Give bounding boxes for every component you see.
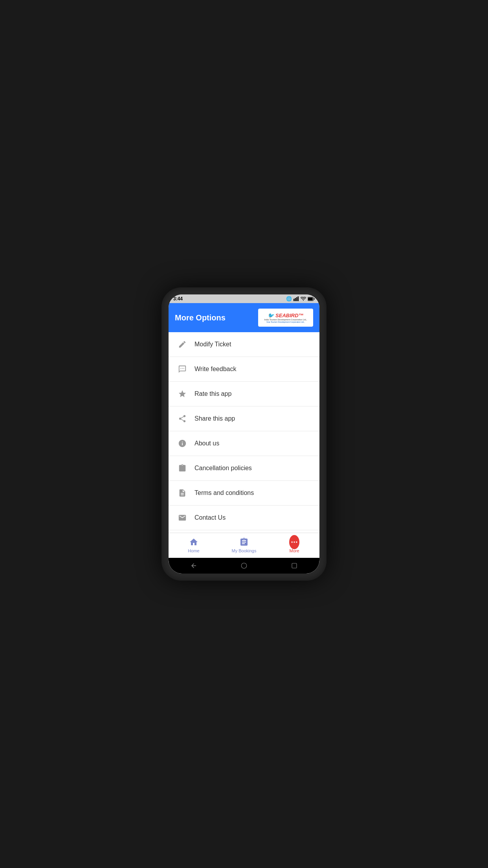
menu-item-terms-conditions[interactable]: Terms and conditions	[169, 481, 319, 506]
modify-ticket-label: Modify Ticket	[194, 341, 231, 348]
rate-app-label: Rate this app	[194, 390, 231, 397]
contact-us-label: Contact Us	[194, 514, 226, 521]
android-nav-bar	[169, 558, 319, 574]
phone-frame: 3:44 🌐	[161, 287, 327, 581]
battery-icon	[308, 297, 315, 301]
wifi-icon	[301, 297, 306, 301]
star-icon	[176, 388, 188, 400]
logo-seabird-text: 🐦 SEABIRD™	[268, 313, 303, 318]
home-button[interactable]	[240, 562, 248, 570]
nav-item-home[interactable]: Home	[169, 537, 219, 553]
status-icons: 🌐	[286, 296, 315, 302]
menu-item-share-app[interactable]: Share this app	[169, 406, 319, 431]
svg-point-7	[292, 541, 293, 542]
status-time: 3:44	[173, 296, 183, 302]
terms-conditions-label: Terms and conditions	[194, 489, 254, 497]
svg-rect-11	[292, 563, 297, 568]
more-nav-icon	[289, 537, 299, 547]
phone-screen: 3:44 🌐	[169, 294, 319, 574]
status-bar: 3:44 🌐	[169, 294, 319, 303]
pencil-icon	[176, 338, 188, 350]
share-app-label: Share this app	[194, 415, 235, 422]
share-icon	[176, 413, 188, 425]
recents-button[interactable]	[290, 562, 298, 570]
document-icon	[176, 487, 188, 499]
svg-rect-3	[298, 296, 299, 301]
chat-icon	[176, 363, 188, 375]
about-us-label: About us	[194, 440, 219, 447]
more-dot-circle	[289, 535, 299, 549]
write-feedback-label: Write feedback	[194, 366, 236, 373]
more-nav-label: More	[289, 548, 299, 553]
menu-item-about-us[interactable]: About us	[169, 431, 319, 456]
menu-item-rate-app[interactable]: Rate this app	[169, 382, 319, 406]
menu-item-cancellation-policies[interactable]: Cancellation policies	[169, 456, 319, 481]
logo-line2: Goa Tourism Development Corporation Ltd.…	[266, 321, 305, 323]
world-icon: 🌐	[286, 296, 292, 302]
signal-icon	[294, 296, 299, 301]
bookings-nav-label: My Bookings	[232, 548, 257, 553]
svg-rect-2	[296, 297, 297, 301]
nav-item-my-bookings[interactable]: My Bookings	[219, 537, 269, 553]
app-header: More Options 🐦 SEABIRD™ India Tourism De…	[169, 303, 319, 332]
header-title: More Options	[175, 313, 226, 322]
svg-point-8	[294, 541, 295, 542]
svg-point-9	[296, 541, 297, 542]
header-logo: 🐦 SEABIRD™ India Tourism Development Cor…	[258, 309, 313, 327]
svg-rect-6	[314, 298, 315, 300]
svg-rect-5	[308, 298, 313, 300]
svg-rect-1	[295, 298, 296, 301]
menu-item-contact-us[interactable]: Contact Us	[169, 506, 319, 530]
clipboard-x-icon	[176, 462, 188, 474]
menu-item-modify-ticket[interactable]: Modify Ticket	[169, 332, 319, 357]
home-nav-icon	[189, 537, 199, 547]
nav-item-more[interactable]: More	[269, 537, 319, 553]
info-icon	[176, 438, 188, 449]
back-button[interactable]	[190, 562, 198, 570]
menu-list: Modify Ticket Write feedback Rate this a…	[169, 332, 319, 533]
home-nav-label: Home	[188, 548, 199, 553]
svg-rect-0	[294, 299, 295, 301]
envelope-icon	[176, 512, 188, 524]
svg-point-10	[241, 563, 247, 568]
cancellation-policies-label: Cancellation policies	[194, 465, 252, 472]
bookings-nav-icon	[239, 537, 249, 547]
bottom-nav: Home My Bookings	[169, 533, 319, 558]
menu-item-write-feedback[interactable]: Write feedback	[169, 357, 319, 382]
